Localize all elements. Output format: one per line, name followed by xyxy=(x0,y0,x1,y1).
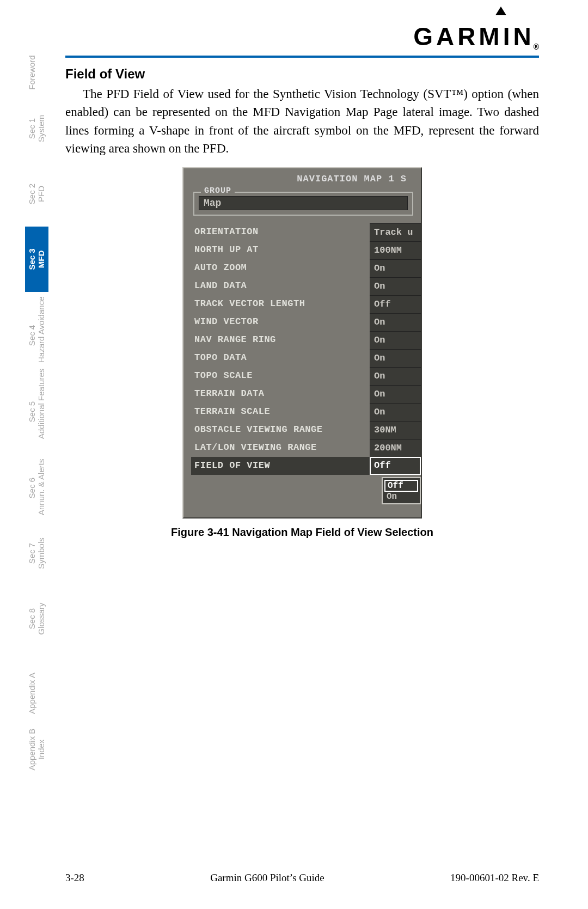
device-bottom-clip xyxy=(191,508,421,514)
header-rule xyxy=(65,56,539,58)
dropdown-option-on[interactable]: On xyxy=(384,492,418,502)
side-tab[interactable]: Sec 2PFD xyxy=(25,161,48,227)
setting-label: LAT/LON VIEWING RANGE xyxy=(191,439,370,457)
logo-registered: ® xyxy=(534,42,539,51)
side-tab[interactable]: Sec 7Symbols xyxy=(25,521,48,586)
logo-triangle-icon xyxy=(495,7,506,15)
side-tab[interactable]: Sec 4Hazard Avoidance xyxy=(25,303,48,368)
group-box: GROUP Map xyxy=(193,192,413,216)
setting-value[interactable]: On xyxy=(370,331,421,349)
setting-row[interactable]: TOPO SCALEOn xyxy=(191,367,421,385)
setting-row[interactable]: WIND VECTOROn xyxy=(191,313,421,331)
setting-label: ORIENTATION xyxy=(191,223,370,241)
logo-text: GARMIN xyxy=(413,22,535,51)
setting-value[interactable]: On xyxy=(370,385,421,403)
setting-label: LAND DATA xyxy=(191,277,370,295)
setting-value[interactable]: Off xyxy=(370,457,421,475)
dropdown-box[interactable]: Off On xyxy=(382,477,421,504)
side-tab[interactable]: Foreword xyxy=(25,40,39,105)
side-tab[interactable]: Sec 1System xyxy=(25,96,48,161)
side-tab[interactable]: Appendix A xyxy=(25,661,39,726)
footer-doc: 190-00601-02 Rev. E xyxy=(450,872,539,884)
setting-row[interactable]: TRACK VECTOR LENGTHOff xyxy=(191,295,421,313)
setting-label: TERRAIN SCALE xyxy=(191,403,370,421)
side-tab[interactable]: Appendix BIndex xyxy=(25,717,48,782)
setting-row[interactable]: OBSTACLE VIEWING RANGE30NM xyxy=(191,421,421,439)
setting-row[interactable]: FIELD OF VIEWOff xyxy=(191,457,421,475)
group-label: GROUP xyxy=(201,186,235,196)
setting-label: TERRAIN DATA xyxy=(191,385,370,403)
setting-label: WIND VECTOR xyxy=(191,313,370,331)
setting-label: AUTO ZOOM xyxy=(191,259,370,277)
setting-row[interactable]: TOPO DATAOn xyxy=(191,349,421,367)
setting-value[interactable]: On xyxy=(370,277,421,295)
setting-row[interactable]: TERRAIN SCALEOn xyxy=(191,403,421,421)
section-heading: Field of View xyxy=(65,66,539,82)
setting-value[interactable]: On xyxy=(370,403,421,421)
setting-row[interactable]: LAT/LON VIEWING RANGE200NM xyxy=(191,439,421,457)
setting-row[interactable]: ORIENTATIONTrack u xyxy=(191,223,421,241)
setting-row[interactable]: NAV RANGE RINGOn xyxy=(191,331,421,349)
setting-value[interactable]: Track u xyxy=(370,223,421,241)
setting-row[interactable]: AUTO ZOOMOn xyxy=(191,259,421,277)
setting-label: FIELD OF VIEW xyxy=(191,457,370,475)
setting-value[interactable]: On xyxy=(370,349,421,367)
setting-row[interactable]: NORTH UP AT100NM xyxy=(191,241,421,259)
setting-value[interactable]: 30NM xyxy=(370,421,421,439)
setting-value[interactable]: On xyxy=(370,259,421,277)
setting-value[interactable]: On xyxy=(370,367,421,385)
setting-row[interactable]: LAND DATAOn xyxy=(191,277,421,295)
device-title: NAVIGATION MAP 1 S xyxy=(191,174,421,184)
body-paragraph: The PFD Field of View used for the Synth… xyxy=(65,85,539,157)
footer-title: Garmin G600 Pilot’s Guide xyxy=(210,872,324,884)
setting-label: OBSTACLE VIEWING RANGE xyxy=(191,421,370,439)
setting-label: TRACK VECTOR LENGTH xyxy=(191,295,370,313)
setting-row[interactable]: TERRAIN DATAOn xyxy=(191,385,421,403)
footer-page: 3-28 xyxy=(65,872,84,884)
side-tab[interactable]: Sec 3MFD xyxy=(25,227,48,292)
setting-label: TOPO SCALE xyxy=(191,367,370,385)
setting-value[interactable]: On xyxy=(370,313,421,331)
dropdown: Off On xyxy=(191,477,421,504)
figure-caption: Figure 3-41 Navigation Map Field of View… xyxy=(65,526,539,539)
logo-row: GARMIN® xyxy=(65,22,539,51)
side-tab[interactable]: Sec 6Annun. & Alerts xyxy=(25,455,48,521)
setting-label: TOPO DATA xyxy=(191,349,370,367)
settings-list: ORIENTATIONTrack uNORTH UP AT100NMAUTO Z… xyxy=(191,223,421,475)
garmin-logo: GARMIN® xyxy=(413,22,539,51)
setting-label: NAV RANGE RING xyxy=(191,331,370,349)
setting-value[interactable]: 200NM xyxy=(370,439,421,457)
side-tab[interactable]: Sec 5Additional Features xyxy=(25,379,48,444)
setting-label: NORTH UP AT xyxy=(191,241,370,259)
side-tab[interactable]: Sec 8Glossary xyxy=(25,586,48,651)
footer: 3-28 Garmin G600 Pilot’s Guide 190-00601… xyxy=(65,872,539,884)
setting-value[interactable]: 100NM xyxy=(370,241,421,259)
figure-wrap: NAVIGATION MAP 1 S GROUP Map ORIENTATION… xyxy=(65,167,539,539)
group-value[interactable]: Map xyxy=(199,196,408,210)
setting-value[interactable]: Off xyxy=(370,295,421,313)
device-screenshot: NAVIGATION MAP 1 S GROUP Map ORIENTATION… xyxy=(182,167,422,518)
dropdown-option-off[interactable]: Off xyxy=(384,480,418,492)
